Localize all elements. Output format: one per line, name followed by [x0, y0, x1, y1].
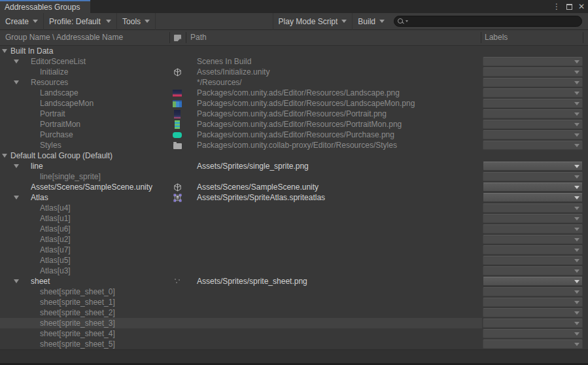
play-mode-script-dropdown[interactable]: Play Mode Script — [273, 13, 353, 30]
table-row[interactable]: sheet[sprite_sheet_1] — [0, 297, 588, 307]
labels-dropdown — [483, 339, 583, 349]
column-divider[interactable] — [583, 32, 583, 43]
addressables-groups-window: Addressables Groups ⋮ ✕ Create Profile: … — [0, 0, 588, 365]
addressable-name-label: Atlas — [31, 193, 48, 202]
column-divider[interactable] — [186, 32, 186, 43]
table-row[interactable]: sheet[sprite_sheet_3] — [0, 318, 588, 328]
window-menu-icon[interactable]: ⋮ — [553, 0, 561, 13]
chevron-down-icon — [574, 290, 579, 294]
table-row[interactable]: LandscapePackages/com.unity.ads/Editor/R… — [0, 88, 588, 98]
chevron-down-icon — [574, 186, 579, 189]
chevron-down-icon — [574, 343, 579, 346]
expander-triangle-icon[interactable] — [14, 164, 19, 168]
column-header-labels[interactable]: Labels — [485, 33, 508, 42]
expander-triangle-icon[interactable] — [14, 279, 19, 283]
close-icon[interactable]: ✕ — [578, 0, 585, 13]
table-row[interactable]: Atlas[u7] — [0, 245, 588, 255]
chevron-down-icon — [574, 133, 579, 137]
labels-dropdown — [483, 266, 583, 275]
table-row[interactable]: EditorSceneListScenes In Build — [0, 56, 588, 67]
tools-button[interactable]: Tools — [117, 13, 156, 30]
addressable-name-label: sheet[sprite_sheet_5] — [40, 339, 115, 349]
column-divider[interactable] — [169, 32, 170, 43]
create-button-label: Create — [5, 17, 29, 26]
asset-path-label: Packages/com.unity.collab-proxy/Editor/R… — [197, 141, 397, 150]
search-icon[interactable] — [398, 18, 404, 25]
table-row[interactable]: sheet[sprite_sheet_2] — [0, 307, 588, 318]
landscape-thumbnail-icon — [172, 88, 182, 97]
asset-path-label: Packages/com.unity.ads/Editor/Resources/… — [197, 130, 394, 139]
column-header-group-name[interactable]: Group Name \ Addressable Name — [5, 33, 123, 42]
expander-triangle-icon[interactable] — [2, 154, 7, 158]
table-row[interactable]: Atlas[u3] — [0, 266, 588, 276]
table-row[interactable]: sheet[sprite_sheet_4] — [0, 328, 588, 339]
expander-triangle-icon[interactable] — [14, 80, 19, 84]
chevron-down-icon — [574, 332, 579, 336]
table-row[interactable]: LandscapeMonPackages/com.unity.ads/Edito… — [0, 98, 588, 109]
play-mode-script-label: Play Mode Script — [279, 17, 338, 26]
chevron-down-icon — [574, 165, 579, 168]
chevron-down-icon — [341, 20, 347, 23]
chevron-down-icon — [106, 20, 111, 23]
table-row[interactable]: PurchasePackages/com.unity.ads/Editor/Re… — [0, 130, 588, 140]
tab-addressables-groups[interactable]: Addressables Groups — [0, 0, 90, 13]
chevron-down-icon — [574, 280, 579, 283]
build-button[interactable]: Build — [352, 13, 390, 30]
table-row[interactable]: AtlasAssets/Sprites/SpriteAtlas.spriteat… — [0, 192, 588, 203]
table-row[interactable]: Built In Data — [0, 46, 588, 56]
labels-dropdown — [483, 214, 583, 223]
addressable-name-label: sheet[sprite_sheet_2] — [40, 308, 115, 317]
portrait-thumbnail-icon — [172, 109, 182, 118]
window-footer — [0, 349, 588, 365]
chevron-down-icon — [574, 92, 579, 95]
table-row[interactable]: sheetAssets/Sprites/sprite_sheet.png — [0, 276, 588, 287]
addressable-name-label: Assets/Scenes/SampleScene.unity — [31, 182, 152, 192]
chevron-down-icon — [379, 20, 385, 23]
table-row[interactable]: PortraitMonPackages/com.unity.ads/Editor… — [0, 119, 588, 130]
table-row[interactable]: StylesPackages/com.unity.collab-proxy/Ed… — [0, 140, 588, 150]
profile-dropdown-label: Profile: Default — [49, 17, 101, 26]
profile-dropdown[interactable]: Profile: Default — [44, 13, 117, 30]
table-row[interactable]: InitializeAssets/Initialize.unity — [0, 67, 588, 77]
asset-path-label: Assets/Sprites/sprite_sheet.png — [197, 277, 307, 286]
expander-triangle-icon[interactable] — [2, 49, 7, 53]
table-row[interactable]: Resources*/Resources/ — [0, 77, 588, 88]
expander-triangle-icon[interactable] — [14, 196, 19, 200]
addressable-name-label: Atlas[u4] — [40, 203, 71, 213]
chevron-down-icon — [574, 175, 579, 179]
create-button[interactable]: Create — [0, 13, 44, 30]
labels-dropdown — [483, 298, 583, 307]
expander-triangle-icon[interactable] — [14, 60, 19, 63]
sprite-atlas-icon — [172, 193, 182, 202]
table-row[interactable]: sheet[sprite_sheet_0] — [0, 287, 588, 297]
table-row[interactable]: Atlas[u2] — [0, 234, 588, 245]
table-row[interactable]: Atlas[u4] — [0, 203, 588, 213]
asset-type-icon — [174, 35, 181, 41]
maximize-icon[interactable] — [566, 4, 572, 10]
addressable-name-label: PortraitMon — [40, 120, 80, 129]
addressable-name-label: EditorSceneList — [31, 57, 86, 66]
table-row[interactable]: sheet[sprite_sheet_5] — [0, 339, 588, 349]
table-row[interactable]: PortraitPackages/com.unity.ads/Editor/Re… — [0, 109, 588, 119]
labels-dropdown[interactable] — [483, 277, 583, 286]
table-row[interactable]: Atlas[u6] — [0, 224, 588, 234]
labels-dropdown — [483, 120, 583, 129]
labels-dropdown[interactable] — [483, 182, 583, 192]
table-row[interactable]: Default Local Group (Default) — [0, 150, 588, 161]
table-row[interactable]: lineAssets/Sprites/single_sprite.png — [0, 161, 588, 171]
chevron-down-icon — [574, 113, 579, 116]
table-row[interactable]: Atlas[u5] — [0, 255, 588, 266]
purchase-thumbnail-icon — [172, 130, 182, 139]
table-row[interactable]: line[single_sprite] — [0, 171, 588, 182]
chevron-down-icon — [574, 207, 579, 210]
labels-dropdown[interactable] — [483, 162, 583, 171]
search-input[interactable] — [394, 16, 582, 27]
group-name-label: Built In Data — [10, 46, 53, 56]
table-row[interactable]: Atlas[u1] — [0, 213, 588, 224]
table-row[interactable]: Assets/Scenes/SampleScene.unityAssets/Sc… — [0, 182, 588, 192]
column-header-path[interactable]: Path — [190, 33, 207, 42]
column-divider[interactable] — [481, 32, 481, 43]
chevron-down-icon — [145, 20, 150, 23]
addressable-name-label: Resources — [31, 78, 68, 87]
labels-dropdown[interactable] — [483, 193, 583, 202]
